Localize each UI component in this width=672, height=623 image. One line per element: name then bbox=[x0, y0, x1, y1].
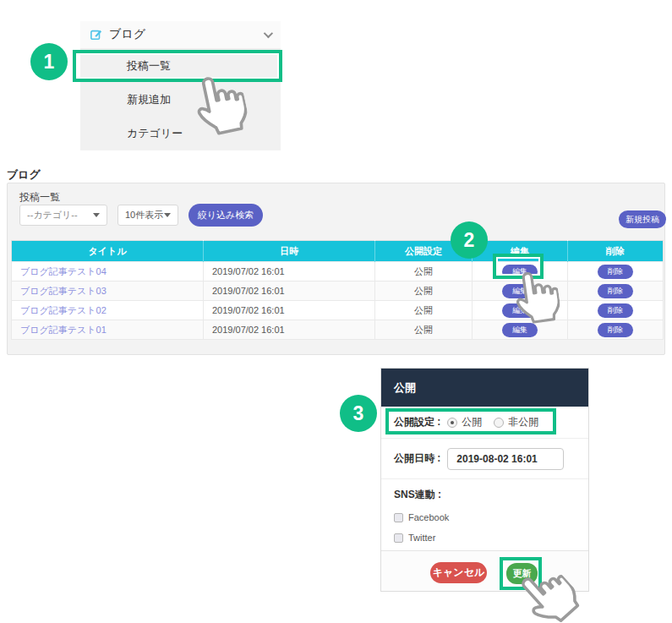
table-row: ブログ記事テスト02 2019/07/02 16:01 公開 編集 削除 bbox=[12, 301, 664, 320]
pencil-square-icon bbox=[90, 29, 102, 41]
post-status-link[interactable]: 公開 bbox=[375, 301, 473, 320]
display-count-value: 10件表示 bbox=[125, 209, 163, 221]
category-select-value: --カテゴリ-- bbox=[27, 209, 78, 221]
delete-button[interactable]: 削除 bbox=[598, 265, 633, 279]
facebook-checkbox[interactable] bbox=[394, 513, 403, 522]
post-datetime: 2019/07/02 16:01 bbox=[204, 301, 375, 320]
post-status-link[interactable]: 公開 bbox=[375, 281, 473, 301]
post-datetime: 2019/07/02 16:01 bbox=[204, 262, 375, 281]
table-row: ブログ記事テスト01 2019/07/02 16:01 公開 編集 削除 bbox=[12, 320, 664, 340]
post-title-link[interactable]: ブログ記事テスト02 bbox=[20, 305, 107, 315]
step3-highlight-box bbox=[385, 408, 556, 434]
twitter-checkbox[interactable] bbox=[394, 533, 403, 543]
delete-button[interactable]: 削除 bbox=[598, 303, 633, 318]
new-post-button[interactable]: 新規投稿 bbox=[619, 210, 666, 228]
post-status-link[interactable]: 公開 bbox=[375, 262, 473, 281]
post-status-link[interactable]: 公開 bbox=[375, 320, 473, 340]
sidebar-item-blog[interactable]: ブログ bbox=[80, 21, 281, 49]
step-3-badge: 3 bbox=[340, 395, 377, 432]
table-row: ブログ記事テスト03 2019/07/02 16:01 公開 編集 削除 bbox=[12, 281, 664, 301]
sidebar-menu: ブログ 投稿一覧 新規追加 カテゴリー bbox=[80, 21, 281, 150]
facebook-label: Facebook bbox=[408, 512, 449, 522]
delete-button[interactable]: 削除 bbox=[598, 323, 633, 337]
page: ブログ 投稿一覧 新規追加 カテゴリー 1 ブログ 投稿一覧 --カテゴリ-- … bbox=[0, 0, 672, 623]
post-datetime: 2019/07/02 16:01 bbox=[204, 281, 375, 301]
sns-label: SNS連動 : bbox=[394, 488, 576, 502]
page-title: ブログ bbox=[7, 167, 41, 183]
modal-title: 公開 bbox=[381, 369, 588, 407]
publish-date-row: 公開日時 : bbox=[381, 439, 588, 479]
post-list-panel: 投稿一覧 --カテゴリ-- 10件表示 絞り込み検索 新規投稿 タイトル 日時 … bbox=[7, 183, 665, 355]
sidebar-parent-label: ブログ bbox=[109, 27, 145, 42]
publish-date-input[interactable] bbox=[447, 448, 564, 470]
post-title-link[interactable]: ブログ記事テスト01 bbox=[20, 325, 107, 335]
caret-down-icon bbox=[164, 213, 171, 217]
cancel-button[interactable]: キャンセル bbox=[430, 562, 487, 583]
caret-down-icon bbox=[93, 213, 100, 217]
sns-section: SNS連動 : Facebook Twitter bbox=[381, 479, 588, 543]
column-header-delete: 削除 bbox=[568, 241, 664, 262]
sidebar-item-category[interactable]: カテゴリー bbox=[80, 117, 281, 150]
step1-highlight-box bbox=[73, 50, 282, 82]
step-2-badge: 2 bbox=[451, 221, 488, 259]
column-header-datetime: 日時 bbox=[204, 241, 375, 262]
table-header-row: タイトル 日時 公開設定 編集 削除 bbox=[12, 241, 664, 262]
publish-date-label: 公開日時 : bbox=[394, 451, 440, 466]
twitter-label: Twitter bbox=[408, 533, 435, 543]
filter-search-button[interactable]: 絞り込み検索 bbox=[188, 204, 263, 227]
sidebar-item-add-new[interactable]: 新規追加 bbox=[80, 83, 281, 117]
post-title-link[interactable]: ブログ記事テスト04 bbox=[20, 266, 107, 276]
step-1-badge: 1 bbox=[30, 43, 68, 80]
hand-cursor-icon bbox=[506, 264, 563, 327]
chevron-down-icon bbox=[264, 29, 273, 38]
post-table: タイトル 日時 公開設定 編集 削除 ブログ記事テスト04 2019/07/02… bbox=[11, 240, 664, 340]
category-select[interactable]: --カテゴリ-- bbox=[19, 205, 107, 226]
panel-title: 投稿一覧 bbox=[19, 190, 60, 205]
column-header-title: タイトル bbox=[12, 241, 204, 262]
display-count-select[interactable]: 10件表示 bbox=[117, 205, 178, 226]
delete-button[interactable]: 削除 bbox=[598, 284, 633, 298]
table-row: ブログ記事テスト04 2019/07/02 16:01 公開 編集 削除 bbox=[12, 262, 664, 281]
publish-modal: 公開 公開設定 : 公開 非公開 公開日時 : SNS連動 : Facebook bbox=[380, 368, 589, 592]
post-datetime: 2019/07/02 16:01 bbox=[204, 320, 375, 340]
post-title-link[interactable]: ブログ記事テスト03 bbox=[20, 286, 107, 296]
